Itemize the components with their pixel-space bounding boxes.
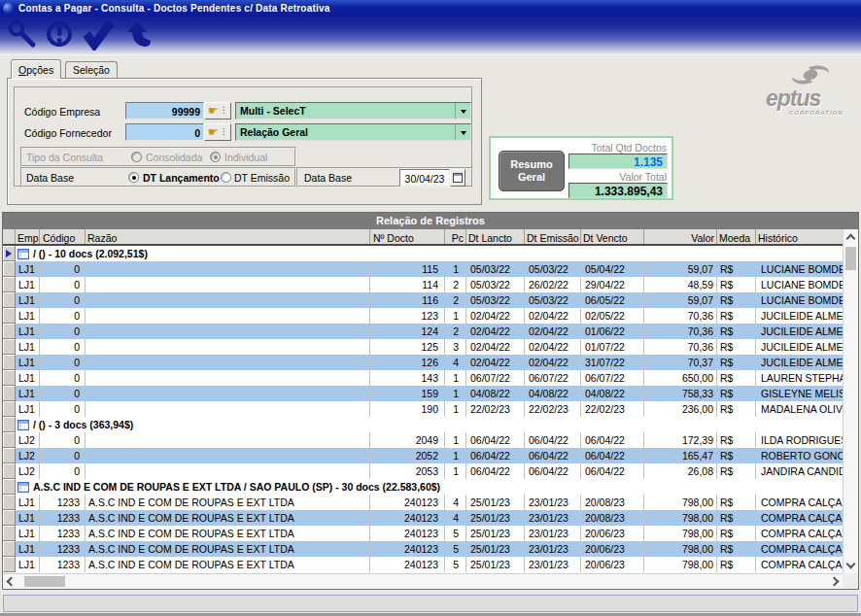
- table-row[interactable]: LJ10159104/08/2204/08/2204/08/22758,33R$…: [3, 386, 858, 401]
- scroll-right-icon[interactable]: [830, 577, 840, 587]
- row-selector[interactable]: [3, 277, 16, 292]
- table-row[interactable]: LJ10116205/03/2205/03/2206/05/2259,07R$L…: [3, 292, 858, 308]
- header-docto[interactable]: Nº Docto: [370, 229, 445, 244]
- vertical-scrollbar[interactable]: [843, 229, 858, 573]
- cell-codigo: 0: [40, 292, 86, 308]
- group-row[interactable]: / () - 10 docs (2.092,51$): [3, 246, 858, 261]
- table-row[interactable]: LJ11233A.S.C IND E COM DE ROUPAS E EXT L…: [3, 510, 858, 526]
- header-valor[interactable]: Valor: [644, 229, 717, 244]
- chevron-down-icon[interactable]: [455, 124, 470, 140]
- row-selector[interactable]: [3, 432, 16, 448]
- calendar-button[interactable]: [450, 169, 465, 187]
- tab-opcoes[interactable]: Opções: [11, 59, 61, 79]
- table-row[interactable]: LJ10114205/03/2226/02/2229/04/2248,59R$L…: [3, 277, 858, 292]
- cell-razao: [86, 386, 370, 401]
- toolbar: [0, 17, 861, 54]
- row-selector[interactable]: [3, 417, 16, 432]
- tab-selecao[interactable]: Seleção: [65, 61, 118, 78]
- row-selector[interactable]: [3, 401, 16, 417]
- empresa-browse-button[interactable]: ☛⋮: [204, 102, 231, 120]
- cell-emissao: 23/01/23: [525, 541, 581, 557]
- row-selector[interactable]: [3, 292, 16, 308]
- cell-moeda: R$: [717, 495, 756, 510]
- header-razao[interactable]: Razão: [86, 229, 370, 244]
- group-row[interactable]: / () - 3 docs (363,94$): [3, 417, 858, 432]
- header-emp[interactable]: Emp: [16, 229, 40, 244]
- fornecedor-combo[interactable]: Relação Geral: [235, 123, 471, 141]
- row-selector[interactable]: [3, 495, 16, 510]
- confirm-icon[interactable]: [82, 19, 117, 51]
- header-moeda[interactable]: Moeda: [717, 229, 756, 244]
- horizontal-scrollbar[interactable]: [3, 573, 843, 589]
- row-selector[interactable]: [3, 479, 16, 495]
- row-selector[interactable]: [3, 246, 16, 261]
- table-row[interactable]: LJ202053106/04/2206/04/2206/04/2226,08R$…: [3, 463, 858, 479]
- back-icon[interactable]: [119, 19, 155, 51]
- row-selector[interactable]: [3, 448, 16, 463]
- row-selector[interactable]: [3, 355, 16, 370]
- info-icon[interactable]: [45, 19, 76, 51]
- row-selector[interactable]: [3, 510, 16, 526]
- table-row[interactable]: LJ10124202/04/2202/04/2201/06/2270,36R$J…: [3, 324, 858, 339]
- table-row[interactable]: LJ10126402/04/2202/04/2231/07/2270,37R$J…: [3, 355, 858, 370]
- chevron-down-icon[interactable]: [455, 103, 470, 119]
- header-dt-lancto[interactable]: Dt Lancto: [466, 229, 525, 244]
- radio-dt-lancamento[interactable]: [128, 172, 139, 183]
- table-row[interactable]: LJ11233A.S.C IND E COM DE ROUPAS E EXT L…: [3, 541, 858, 557]
- row-selector[interactable]: [3, 541, 16, 557]
- table-row[interactable]: LJ11233A.S.C IND E COM DE ROUPAS E EXT L…: [3, 557, 858, 572]
- cell-emissao: 02/04/22: [525, 308, 581, 324]
- cell-pc: 1: [445, 308, 466, 324]
- table-row[interactable]: LJ10123102/04/2202/04/2202/05/2270,36R$J…: [3, 308, 858, 324]
- empresa-combo[interactable]: Multi - SelecT: [235, 102, 471, 120]
- empresa-code-input[interactable]: 99999: [125, 102, 204, 120]
- header-pc[interactable]: Pc: [445, 229, 466, 244]
- cell-pc: 1: [445, 261, 466, 277]
- table-row[interactable]: LJ11233A.S.C IND E COM DE ROUPAS E EXT L…: [3, 495, 858, 510]
- cell-pc: 4: [445, 510, 466, 526]
- horizontal-scroll-thumb[interactable]: [24, 576, 65, 587]
- resumo-geral-button[interactable]: Resumo Geral: [499, 151, 565, 191]
- table-row[interactable]: LJ11233A.S.C IND E COM DE ROUPAS E EXT L…: [3, 526, 858, 541]
- cell-codigo: 0: [40, 448, 86, 463]
- table-row[interactable]: LJ202049106/04/2206/04/2206/04/22172,39R…: [3, 432, 858, 448]
- cell-emissao: 06/04/22: [525, 432, 581, 448]
- table-row[interactable]: LJ10125302/04/2202/04/2201/07/2270,36R$J…: [3, 339, 858, 355]
- row-selector[interactable]: [3, 370, 16, 386]
- fornecedor-browse-button[interactable]: ☛⋮: [204, 123, 231, 141]
- cell-razao: [86, 355, 370, 370]
- radio-dt-emissao[interactable]: [221, 172, 231, 183]
- scroll-up-icon[interactable]: [846, 234, 856, 244]
- vertical-scroll-thumb[interactable]: [845, 247, 856, 270]
- cell-pc: 1: [445, 370, 466, 386]
- cell-pc: 5: [445, 526, 466, 541]
- group-row[interactable]: A.S.C IND E COM DE ROUPAS E EXT LTDA / S…: [3, 479, 858, 495]
- current-row-icon: [6, 250, 12, 257]
- cell-moeda: R$: [717, 401, 756, 417]
- search-icon[interactable]: [6, 19, 41, 51]
- scroll-left-icon[interactable]: [7, 577, 17, 587]
- header-dt-emissao[interactable]: Dt Emissão: [525, 229, 581, 244]
- row-selector[interactable]: [3, 557, 16, 572]
- row-selector[interactable]: [3, 308, 16, 324]
- row-selector[interactable]: [3, 339, 16, 355]
- fornecedor-code-input[interactable]: 0: [125, 123, 204, 141]
- table-row[interactable]: LJ10190122/02/2322/02/2322/02/23236,00R$…: [3, 401, 858, 417]
- row-selector[interactable]: [3, 463, 16, 479]
- row-selector[interactable]: [3, 386, 16, 401]
- header-dt-vencto[interactable]: Dt Vencto: [581, 229, 644, 244]
- header-codigo[interactable]: Código: [40, 229, 86, 244]
- row-selector[interactable]: [3, 324, 16, 339]
- table-row[interactable]: LJ10115105/03/2205/03/2205/04/2259,07R$L…: [3, 261, 858, 277]
- database-date-input[interactable]: 30/04/23: [399, 169, 450, 187]
- radio-consolidada[interactable]: [131, 152, 142, 162]
- row-selector[interactable]: [3, 526, 16, 541]
- row-selector[interactable]: [3, 261, 16, 277]
- options-groupbox: Código Empresa 99999 ☛⋮ Multi - SelecT C…: [14, 86, 473, 188]
- table-row[interactable]: LJ202052106/04/2206/04/2206/04/22165,47R…: [3, 448, 858, 463]
- scroll-down-icon[interactable]: [846, 560, 856, 569]
- cell-codigo: 1233: [40, 526, 86, 541]
- cell-docto: 240123: [370, 557, 445, 572]
- table-row[interactable]: LJ10143106/07/2206/07/2206/07/22650,00R$…: [3, 370, 858, 386]
- radio-individual[interactable]: [210, 152, 221, 162]
